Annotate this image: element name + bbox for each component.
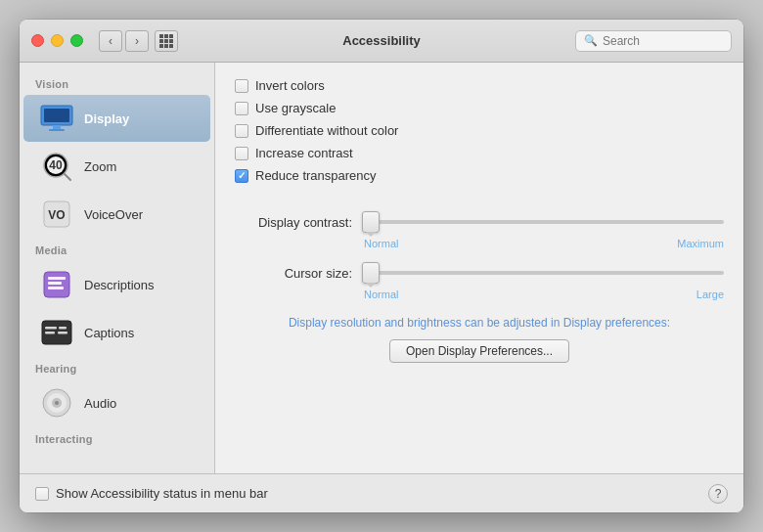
reduce-transparency-label: Reduce transparency [255, 168, 377, 183]
differentiate-without-color-checkbox[interactable] [235, 124, 248, 138]
svg-text:40: 40 [49, 158, 63, 172]
display-contrast-slider-container [362, 210, 724, 234]
sidebar-item-zoom[interactable]: 40 Zoom [23, 143, 210, 190]
svg-line-7 [65, 174, 70, 180]
sidebar-item-audio-label: Audio [84, 396, 116, 411]
svg-rect-17 [59, 327, 67, 330]
audio-icon [39, 385, 74, 421]
sidebar-item-voiceover-label: VoiceOver [84, 207, 143, 222]
descriptions-icon [39, 267, 74, 302]
main-content: Vision Display 40 [20, 63, 743, 473]
cursor-size-max-label: Large [696, 288, 724, 300]
minimize-button[interactable] [51, 34, 64, 47]
use-grayscale-row: Use grayscale [235, 101, 724, 115]
captions-icon [39, 315, 74, 350]
search-input[interactable] [603, 34, 723, 48]
zoom-icon: 40 [39, 149, 74, 184]
display-contrast-section: Display contrast: Normal Maximum [235, 210, 724, 249]
use-grayscale-checkbox[interactable] [235, 102, 248, 115]
sidebar-item-audio[interactable]: Audio [23, 379, 210, 426]
search-icon: 🔍 [584, 34, 598, 47]
differentiate-without-color-label: Differentiate without color [255, 123, 398, 138]
svg-rect-3 [49, 129, 65, 131]
display-contrast-min-label: Normal [364, 238, 398, 249]
svg-rect-16 [45, 332, 55, 334]
help-button[interactable]: ? [708, 484, 728, 504]
sidebar-item-descriptions[interactable]: Descriptions [23, 261, 210, 308]
display-prefs-info: Display resolution and brightness can be… [235, 314, 724, 332]
svg-text:VO: VO [48, 208, 65, 222]
nav-buttons: ‹ › [99, 30, 149, 52]
close-button[interactable] [31, 34, 44, 47]
window-title: Accessibility [342, 33, 421, 48]
forward-button[interactable]: › [125, 30, 149, 52]
back-button[interactable]: ‹ [99, 30, 122, 52]
sidebar-item-descriptions-label: Descriptions [84, 278, 155, 292]
cursor-size-min-label: Normal [364, 288, 398, 300]
invert-colors-label: Invert colors [255, 78, 325, 93]
display-contrast-track [362, 220, 724, 224]
reduce-transparency-checkbox[interactable] [235, 169, 248, 183]
display-contrast-row: Display contrast: [235, 210, 724, 234]
sidebar-item-display[interactable]: Display [23, 95, 210, 142]
content-pane: Invert colors Use grayscale Differentiat… [215, 63, 743, 473]
cursor-size-thumb[interactable] [362, 262, 380, 284]
sidebar: Vision Display 40 [20, 63, 215, 473]
sidebar-section-vision: Vision [20, 72, 214, 94]
cursor-size-slider-container [362, 261, 724, 285]
search-box[interactable]: 🔍 [575, 30, 732, 52]
reduce-transparency-row: Reduce transparency [235, 168, 724, 183]
maximize-button[interactable] [70, 34, 83, 47]
open-display-prefs-button[interactable]: Open Display Preferences... [389, 339, 569, 363]
sidebar-item-captions-label: Captions [84, 326, 134, 340]
grid-view-button[interactable] [155, 30, 178, 52]
show-status-checkbox[interactable] [35, 487, 49, 501]
svg-rect-11 [48, 277, 66, 280]
sidebar-item-zoom-label: Zoom [84, 159, 116, 174]
svg-rect-15 [45, 327, 57, 330]
sidebar-item-voiceover[interactable]: VO VoiceOver [23, 191, 210, 238]
increase-contrast-row: Increase contrast [235, 146, 724, 160]
bottom-bar: Show Accessibility status in menu bar ? [20, 473, 743, 512]
titlebar: ‹ › Accessibility 🔍 [20, 20, 743, 63]
show-status-label: Show Accessibility status in menu bar [56, 486, 268, 501]
increase-contrast-checkbox[interactable] [235, 147, 248, 160]
svg-point-22 [55, 401, 59, 405]
svg-rect-13 [48, 287, 64, 289]
voiceover-icon: VO [39, 197, 74, 232]
svg-rect-12 [48, 282, 62, 285]
sidebar-item-display-label: Display [84, 111, 129, 126]
sidebar-item-captions[interactable]: Captions [23, 309, 210, 356]
svg-rect-18 [58, 332, 67, 334]
sidebar-section-interacting: Interacting [20, 427, 214, 449]
differentiate-without-color-row: Differentiate without color [235, 123, 724, 138]
svg-rect-2 [53, 125, 61, 129]
cursor-size-row: Cursor size: [235, 261, 724, 285]
cursor-size-track [362, 271, 724, 275]
svg-rect-1 [44, 109, 69, 122]
show-status-row: Show Accessibility status in menu bar [35, 486, 268, 501]
cursor-size-section: Cursor size: Normal Large [235, 261, 724, 300]
grid-icon [159, 34, 173, 48]
use-grayscale-label: Use grayscale [255, 101, 336, 115]
sidebar-section-hearing: Hearing [20, 357, 214, 378]
display-icon [39, 101, 74, 136]
cursor-size-label: Cursor size: [235, 266, 352, 281]
main-window: ‹ › Accessibility 🔍 Vision [20, 20, 743, 512]
invert-colors-row: Invert colors [235, 78, 724, 93]
increase-contrast-label: Increase contrast [255, 146, 353, 160]
traffic-lights [31, 34, 83, 47]
sidebar-section-media: Media [20, 239, 214, 260]
invert-colors-checkbox[interactable] [235, 79, 248, 93]
display-contrast-label: Display contrast: [235, 215, 352, 230]
display-contrast-thumb[interactable] [362, 211, 380, 233]
display-contrast-max-label: Maximum [677, 238, 724, 249]
